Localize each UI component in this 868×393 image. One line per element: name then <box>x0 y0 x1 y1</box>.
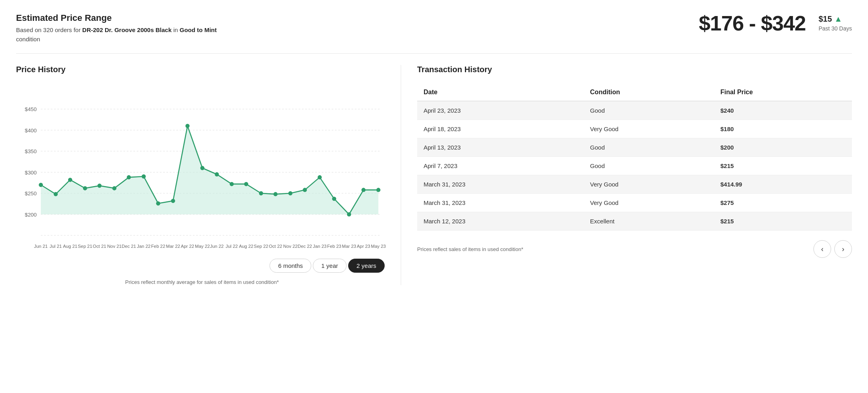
transactions-table: Date Condition Final Price April 23, 202… <box>417 84 852 231</box>
header-left: Estimated Price Range Based on 320 order… <box>16 13 241 44</box>
cell-condition: Excellent <box>584 212 714 231</box>
svg-point-23 <box>171 199 175 203</box>
cell-date: March 31, 2023 <box>417 194 584 212</box>
svg-text:$250: $250 <box>25 190 37 196</box>
cell-condition: Good <box>584 138 714 157</box>
price-change-label: Past 30 Days <box>819 25 852 32</box>
price-range: $176 - $342 <box>699 13 806 34</box>
tx-footnote: Prices reflect sales of items in used co… <box>417 246 523 252</box>
table-row: March 12, 2023Excellent$215 <box>417 212 852 231</box>
svg-point-15 <box>54 192 58 196</box>
price-history-title: Price History <box>16 65 388 74</box>
svg-point-32 <box>303 188 307 192</box>
svg-point-22 <box>156 201 160 206</box>
svg-point-30 <box>274 192 278 196</box>
svg-text:Feb 23: Feb 23 <box>327 244 341 249</box>
cell-date: April 7, 2023 <box>417 157 584 175</box>
subtitle-suffix: condition <box>16 36 40 43</box>
svg-point-26 <box>215 172 219 177</box>
6months-button[interactable]: 6 months <box>270 259 311 273</box>
page-wrapper: Estimated Price Range Based on 320 order… <box>0 0 868 393</box>
svg-text:$450: $450 <box>25 106 37 112</box>
svg-text:Mar 23: Mar 23 <box>342 244 356 249</box>
svg-text:Jan 23: Jan 23 <box>313 244 327 249</box>
svg-point-37 <box>376 188 380 192</box>
svg-text:$350: $350 <box>25 148 37 154</box>
svg-point-25 <box>200 166 204 170</box>
table-row: April 13, 2023Good$200 <box>417 138 852 157</box>
subtitle-middle: in <box>172 26 180 33</box>
left-panel: Price History $450 $400 <box>16 65 401 285</box>
svg-point-33 <box>318 175 322 180</box>
svg-text:Oct 22: Oct 22 <box>269 244 282 249</box>
cell-condition: Very Good <box>584 175 714 194</box>
svg-text:Jan 22: Jan 22 <box>137 244 150 249</box>
table-row: April 7, 2023Good$215 <box>417 157 852 175</box>
cell-condition: Good <box>584 157 714 175</box>
1year-button[interactable]: 1 year <box>313 259 347 273</box>
cell-date: April 18, 2023 <box>417 120 584 138</box>
svg-point-31 <box>288 191 292 196</box>
col-price: Final Price <box>714 84 852 101</box>
svg-text:Jul 22: Jul 22 <box>226 244 238 249</box>
svg-point-34 <box>332 196 336 201</box>
subtitle-prefix: Based on 320 orders for <box>16 26 82 33</box>
header-section: Estimated Price Range Based on 320 order… <box>16 13 852 54</box>
svg-point-27 <box>230 182 234 186</box>
cell-condition: Good <box>584 101 714 120</box>
svg-text:Dec 22: Dec 22 <box>298 244 312 249</box>
cell-price: $414.99 <box>714 175 852 194</box>
cell-price: $240 <box>714 101 852 120</box>
prev-page-button[interactable]: ‹ <box>813 240 831 258</box>
svg-text:Sep 22: Sep 22 <box>254 244 268 249</box>
svg-point-19 <box>112 186 116 190</box>
price-history-chart: $450 $400 $350 $300 $250 $200 <box>16 84 388 252</box>
svg-text:May 23: May 23 <box>371 244 386 249</box>
svg-text:Aug 22: Aug 22 <box>239 244 254 249</box>
svg-point-17 <box>83 186 87 190</box>
cell-price: $215 <box>714 157 852 175</box>
svg-text:Nov 22: Nov 22 <box>283 244 298 249</box>
svg-text:Feb 22: Feb 22 <box>151 244 165 249</box>
svg-text:$300: $300 <box>25 170 37 176</box>
right-panel: Transaction History Date Condition Final… <box>401 65 852 285</box>
2years-button[interactable]: 2 years <box>348 259 385 273</box>
svg-point-21 <box>142 174 146 179</box>
svg-point-36 <box>361 188 365 192</box>
cell-date: April 13, 2023 <box>417 138 584 157</box>
svg-text:Mar 22: Mar 22 <box>166 244 180 249</box>
svg-text:Sep 21: Sep 21 <box>78 244 92 249</box>
pagination-controls: ‹ › <box>813 240 852 258</box>
svg-point-24 <box>185 124 189 128</box>
time-range-buttons: 6 months 1 year 2 years <box>16 259 385 273</box>
table-row: March 31, 2023Very Good$275 <box>417 194 852 212</box>
cell-date: March 31, 2023 <box>417 175 584 194</box>
svg-text:$200: $200 <box>25 212 37 218</box>
svg-text:Nov 21: Nov 21 <box>107 244 122 249</box>
cell-date: March 12, 2023 <box>417 212 584 231</box>
cell-price: $275 <box>714 194 852 212</box>
subtitle-item: DR-202 Dr. Groove 2000s Black <box>82 26 172 33</box>
svg-text:Oct 21: Oct 21 <box>93 244 106 249</box>
cell-condition: Very Good <box>584 120 714 138</box>
cell-date: April 23, 2023 <box>417 101 584 120</box>
col-date: Date <box>417 84 584 101</box>
page-title: Estimated Price Range <box>16 13 241 23</box>
col-condition: Condition <box>584 84 714 101</box>
cell-price: $200 <box>714 138 852 157</box>
up-arrow-icon: ▲ <box>834 14 842 24</box>
svg-point-16 <box>68 178 72 182</box>
svg-text:Aug 21: Aug 21 <box>63 244 77 249</box>
next-page-button[interactable]: › <box>834 240 852 258</box>
svg-point-20 <box>127 175 131 180</box>
cell-price: $215 <box>714 212 852 231</box>
svg-text:Jun 21: Jun 21 <box>34 244 48 249</box>
svg-point-29 <box>259 191 263 196</box>
table-row: March 31, 2023Very Good$414.99 <box>417 175 852 194</box>
main-content: Price History $450 $400 <box>16 65 852 285</box>
transaction-history-title: Transaction History <box>417 65 852 74</box>
table-row: April 23, 2023Good$240 <box>417 101 852 120</box>
cell-condition: Very Good <box>584 194 714 212</box>
svg-text:Apr 22: Apr 22 <box>181 244 194 249</box>
svg-text:Jul 21: Jul 21 <box>50 244 62 249</box>
